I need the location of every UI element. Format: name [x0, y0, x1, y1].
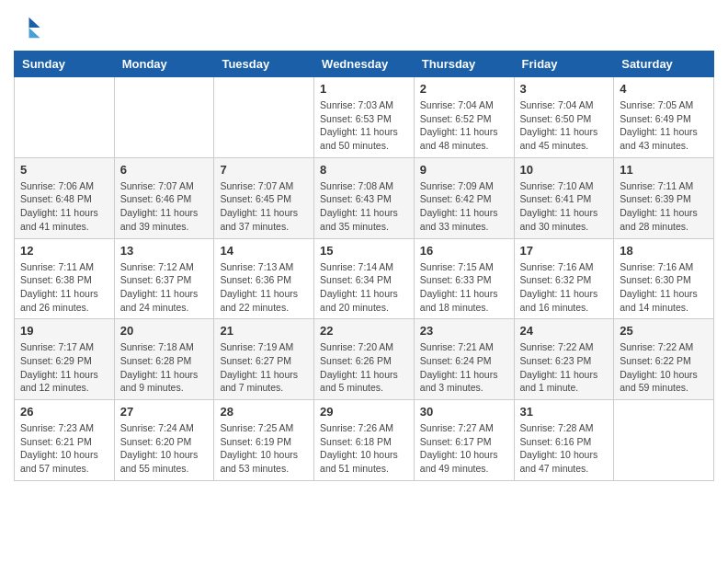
day-info: Sunrise: 7:11 AM Sunset: 6:38 PM Dayligh… — [20, 260, 108, 315]
day-info: Sunrise: 7:27 AM Sunset: 6:17 PM Dayligh… — [420, 421, 508, 476]
day-info: Sunrise: 7:15 AM Sunset: 6:33 PM Dayligh… — [420, 260, 508, 315]
day-number: 29 — [320, 405, 408, 419]
calendar-cell: 5Sunrise: 7:06 AM Sunset: 6:48 PM Daylig… — [15, 157, 115, 238]
day-of-week-header: Saturday — [614, 52, 714, 77]
calendar-cell: 30Sunrise: 7:27 AM Sunset: 6:17 PM Dayli… — [414, 400, 514, 481]
day-number: 15 — [320, 244, 408, 258]
calendar-cell — [15, 77, 115, 158]
day-number: 10 — [520, 163, 609, 177]
calendar-cell: 13Sunrise: 7:12 AM Sunset: 6:37 PM Dayli… — [114, 238, 214, 319]
calendar-cell: 1Sunrise: 7:03 AM Sunset: 6:53 PM Daylig… — [314, 77, 415, 158]
day-info: Sunrise: 7:25 AM Sunset: 6:19 PM Dayligh… — [220, 421, 308, 476]
day-info: Sunrise: 7:16 AM Sunset: 6:32 PM Dayligh… — [520, 260, 609, 315]
day-number: 11 — [620, 163, 708, 177]
day-info: Sunrise: 7:07 AM Sunset: 6:45 PM Dayligh… — [220, 179, 308, 234]
day-number: 6 — [120, 163, 209, 177]
day-number: 31 — [520, 405, 609, 419]
day-number: 5 — [20, 163, 108, 177]
calendar-cell: 21Sunrise: 7:19 AM Sunset: 6:27 PM Dayli… — [214, 319, 314, 400]
calendar-cell: 23Sunrise: 7:21 AM Sunset: 6:24 PM Dayli… — [414, 319, 514, 400]
calendar-cell: 10Sunrise: 7:10 AM Sunset: 6:41 PM Dayli… — [514, 157, 614, 238]
day-info: Sunrise: 7:19 AM Sunset: 6:27 PM Dayligh… — [220, 340, 308, 395]
day-number: 2 — [420, 82, 508, 96]
day-number: 24 — [520, 324, 609, 338]
day-number: 22 — [320, 324, 408, 338]
calendar-cell: 26Sunrise: 7:23 AM Sunset: 6:21 PM Dayli… — [15, 400, 115, 481]
calendar-cell: 27Sunrise: 7:24 AM Sunset: 6:20 PM Dayli… — [114, 400, 214, 481]
calendar-cell: 25Sunrise: 7:22 AM Sunset: 6:22 PM Dayli… — [614, 319, 714, 400]
day-of-week-header: Wednesday — [314, 52, 415, 77]
day-info: Sunrise: 7:12 AM Sunset: 6:37 PM Dayligh… — [120, 260, 209, 315]
day-info: Sunrise: 7:22 AM Sunset: 6:23 PM Dayligh… — [520, 340, 609, 395]
day-number: 13 — [120, 244, 209, 258]
calendar-cell: 17Sunrise: 7:16 AM Sunset: 6:32 PM Dayli… — [514, 238, 614, 319]
calendar-week-row: 1Sunrise: 7:03 AM Sunset: 6:53 PM Daylig… — [15, 77, 714, 158]
day-info: Sunrise: 7:03 AM Sunset: 6:53 PM Dayligh… — [320, 98, 408, 153]
day-of-week-header: Sunday — [15, 52, 115, 77]
calendar-cell: 22Sunrise: 7:20 AM Sunset: 6:26 PM Dayli… — [314, 319, 415, 400]
day-info: Sunrise: 7:22 AM Sunset: 6:22 PM Dayligh… — [620, 340, 708, 395]
calendar-cell: 16Sunrise: 7:15 AM Sunset: 6:33 PM Dayli… — [414, 238, 514, 319]
calendar-week-row: 12Sunrise: 7:11 AM Sunset: 6:38 PM Dayli… — [15, 238, 714, 319]
day-info: Sunrise: 7:04 AM Sunset: 6:52 PM Dayligh… — [420, 98, 508, 153]
day-number: 3 — [520, 82, 609, 96]
day-number: 19 — [20, 324, 108, 338]
calendar-cell — [214, 77, 314, 158]
day-of-week-header: Thursday — [414, 52, 514, 77]
day-info: Sunrise: 7:17 AM Sunset: 6:29 PM Dayligh… — [20, 340, 108, 395]
calendar-cell: 31Sunrise: 7:28 AM Sunset: 6:16 PM Dayli… — [514, 400, 614, 481]
svg-marker-0 — [29, 17, 40, 28]
day-number: 16 — [420, 244, 508, 258]
day-info: Sunrise: 7:08 AM Sunset: 6:43 PM Dayligh… — [320, 179, 408, 234]
calendar-cell: 8Sunrise: 7:08 AM Sunset: 6:43 PM Daylig… — [314, 157, 415, 238]
day-of-week-header: Tuesday — [214, 52, 314, 77]
calendar-week-row: 19Sunrise: 7:17 AM Sunset: 6:29 PM Dayli… — [15, 319, 714, 400]
day-info: Sunrise: 7:16 AM Sunset: 6:30 PM Dayligh… — [620, 260, 708, 315]
day-info: Sunrise: 7:11 AM Sunset: 6:39 PM Dayligh… — [620, 179, 708, 234]
day-number: 28 — [220, 405, 308, 419]
calendar-cell — [614, 400, 714, 481]
calendar-table: SundayMondayTuesdayWednesdayThursdayFrid… — [14, 51, 714, 481]
day-info: Sunrise: 7:26 AM Sunset: 6:18 PM Dayligh… — [320, 421, 408, 476]
day-info: Sunrise: 7:13 AM Sunset: 6:36 PM Dayligh… — [220, 260, 308, 315]
svg-marker-1 — [29, 28, 40, 38]
day-info: Sunrise: 7:23 AM Sunset: 6:21 PM Dayligh… — [20, 421, 108, 476]
logo — [14, 14, 45, 41]
logo-icon — [14, 14, 41, 41]
day-info: Sunrise: 7:21 AM Sunset: 6:24 PM Dayligh… — [420, 340, 508, 395]
day-info: Sunrise: 7:06 AM Sunset: 6:48 PM Dayligh… — [20, 179, 108, 234]
day-info: Sunrise: 7:20 AM Sunset: 6:26 PM Dayligh… — [320, 340, 408, 395]
day-number: 9 — [420, 163, 508, 177]
calendar-cell: 14Sunrise: 7:13 AM Sunset: 6:36 PM Dayli… — [214, 238, 314, 319]
page-header — [14, 14, 714, 41]
day-number: 7 — [220, 163, 308, 177]
calendar-week-row: 26Sunrise: 7:23 AM Sunset: 6:21 PM Dayli… — [15, 400, 714, 481]
calendar-cell: 11Sunrise: 7:11 AM Sunset: 6:39 PM Dayli… — [614, 157, 714, 238]
calendar-header-row: SundayMondayTuesdayWednesdayThursdayFrid… — [15, 52, 714, 77]
day-number: 25 — [620, 324, 708, 338]
day-of-week-header: Monday — [114, 52, 214, 77]
day-info: Sunrise: 7:14 AM Sunset: 6:34 PM Dayligh… — [320, 260, 408, 315]
day-number: 30 — [420, 405, 508, 419]
day-number: 21 — [220, 324, 308, 338]
calendar-cell: 3Sunrise: 7:04 AM Sunset: 6:50 PM Daylig… — [514, 77, 614, 158]
calendar-cell: 4Sunrise: 7:05 AM Sunset: 6:49 PM Daylig… — [614, 77, 714, 158]
calendar-cell: 2Sunrise: 7:04 AM Sunset: 6:52 PM Daylig… — [414, 77, 514, 158]
day-number: 26 — [20, 405, 108, 419]
calendar-cell: 24Sunrise: 7:22 AM Sunset: 6:23 PM Dayli… — [514, 319, 614, 400]
day-of-week-header: Friday — [514, 52, 614, 77]
day-number: 4 — [620, 82, 708, 96]
calendar-cell: 9Sunrise: 7:09 AM Sunset: 6:42 PM Daylig… — [414, 157, 514, 238]
calendar-cell: 7Sunrise: 7:07 AM Sunset: 6:45 PM Daylig… — [214, 157, 314, 238]
calendar-cell — [114, 77, 214, 158]
day-info: Sunrise: 7:28 AM Sunset: 6:16 PM Dayligh… — [520, 421, 609, 476]
calendar-cell: 28Sunrise: 7:25 AM Sunset: 6:19 PM Dayli… — [214, 400, 314, 481]
day-info: Sunrise: 7:24 AM Sunset: 6:20 PM Dayligh… — [120, 421, 209, 476]
day-info: Sunrise: 7:04 AM Sunset: 6:50 PM Dayligh… — [520, 98, 609, 153]
calendar-cell: 20Sunrise: 7:18 AM Sunset: 6:28 PM Dayli… — [114, 319, 214, 400]
day-info: Sunrise: 7:10 AM Sunset: 6:41 PM Dayligh… — [520, 179, 609, 234]
day-info: Sunrise: 7:05 AM Sunset: 6:49 PM Dayligh… — [620, 98, 708, 153]
day-info: Sunrise: 7:09 AM Sunset: 6:42 PM Dayligh… — [420, 179, 508, 234]
day-info: Sunrise: 7:18 AM Sunset: 6:28 PM Dayligh… — [120, 340, 209, 395]
calendar-cell: 6Sunrise: 7:07 AM Sunset: 6:46 PM Daylig… — [114, 157, 214, 238]
